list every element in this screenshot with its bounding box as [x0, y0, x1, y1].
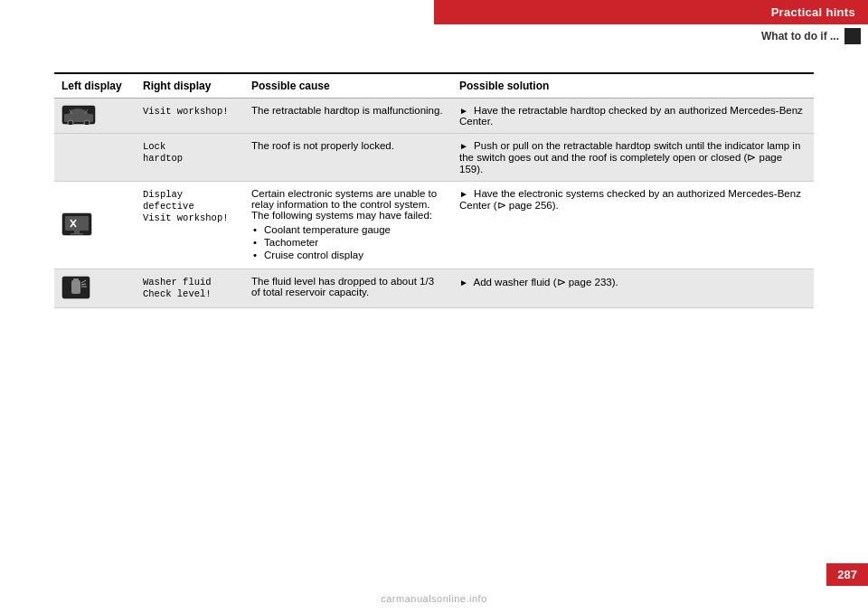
possible-cause-cell-2: The roof is not properly locked.: [244, 134, 452, 182]
display-defective-icon: [61, 212, 92, 236]
practical-hints-bar: Practical hints: [434, 0, 868, 24]
possible-solution-cell-4: ► Add washer fluid (⊳ page 233).: [452, 269, 814, 308]
possible-cause-cell-3: Certain electronic systems are un­able t…: [244, 182, 452, 269]
arrow-marker-2: ►: [459, 141, 468, 151]
watermark: carmanualsonline.info: [381, 593, 487, 604]
right-display-text-2: Lockhardtop: [143, 141, 183, 164]
possible-cause-cell-4: The fluid level has dropped to about 1/3…: [244, 269, 452, 308]
left-display-cell-2: [54, 134, 136, 182]
svg-point-3: [84, 120, 90, 125]
possible-solution-cell-1: ► Have the retractable hardtop checked b…: [452, 99, 814, 134]
svg-rect-13: [71, 280, 80, 294]
main-content-table: Left display Right display Possible caus…: [54, 72, 814, 308]
possible-solution-cell-3: ► Have the electronic systems checked by…: [452, 182, 814, 269]
left-display-cell-1: [54, 99, 136, 134]
table-row: Lockhardtop The roof is not properly loc…: [54, 134, 814, 182]
col-header-possible-cause: Possible cause: [244, 73, 452, 99]
table-row: Display defectiveVisit workshop! Certain…: [54, 182, 814, 269]
washer-fluid-icon: [61, 276, 90, 299]
svg-rect-7: [65, 216, 89, 231]
left-display-cell-4: [54, 269, 136, 308]
what-to-do-bar: What to do if ...: [434, 24, 868, 48]
col-header-possible-solution: Possible solution: [452, 73, 814, 99]
svg-rect-9: [71, 233, 83, 235]
practical-hints-title: Practical hints: [771, 5, 855, 19]
table-header-row: Left display Right display Possible caus…: [54, 73, 814, 99]
right-display-text-4: Washer fluidCheck level!: [143, 277, 212, 299]
possible-cause-cell-1: The retractable hardtop is mal­functioni…: [244, 99, 452, 134]
table-row: Visit workshop! The retractable hardtop …: [54, 99, 814, 134]
svg-point-2: [68, 120, 73, 125]
arrow-marker-4: ►: [459, 278, 468, 288]
header: Practical hints What to do if ...: [434, 0, 868, 48]
arrow-marker-1: ►: [459, 106, 468, 116]
right-display-text-3: Display defectiveVisit workshop!: [143, 189, 229, 223]
right-display-cell-1: Visit workshop!: [136, 99, 244, 134]
bullet-item-coolant: Coolant temperature gauge: [251, 224, 445, 235]
col-header-left-display: Left display: [54, 73, 136, 99]
right-display-cell-3: Display defectiveVisit workshop!: [136, 182, 244, 269]
right-display-cell-2: Lockhardtop: [136, 134, 244, 182]
col-header-right-display: Right display: [136, 73, 244, 99]
bullet-item-cruise: Cruise control display: [251, 250, 445, 260]
bullet-item-tachometer: Tachometer: [251, 237, 445, 248]
right-display-text-1: Visit workshop!: [143, 106, 229, 117]
left-display-cell-3: [54, 182, 136, 269]
svg-rect-14: [73, 278, 79, 282]
table-row: Washer fluidCheck level! The fluid level…: [54, 269, 814, 308]
black-square-decoration: [844, 28, 861, 44]
arrow-marker-3: ►: [459, 189, 468, 199]
car-hardtop-icon: [61, 105, 96, 125]
svg-rect-8: [74, 231, 80, 233]
cause-bullet-list-3: Coolant temperature gauge Tachometer Cru…: [251, 224, 445, 260]
right-display-cell-4: Washer fluidCheck level!: [136, 269, 244, 308]
possible-solution-cell-2: ► Push or pull on the retractable hardto…: [452, 134, 814, 182]
page-number-badge: 287: [826, 563, 868, 586]
what-to-do-text: What to do if ...: [761, 30, 839, 42]
page-number: 287: [837, 568, 857, 581]
